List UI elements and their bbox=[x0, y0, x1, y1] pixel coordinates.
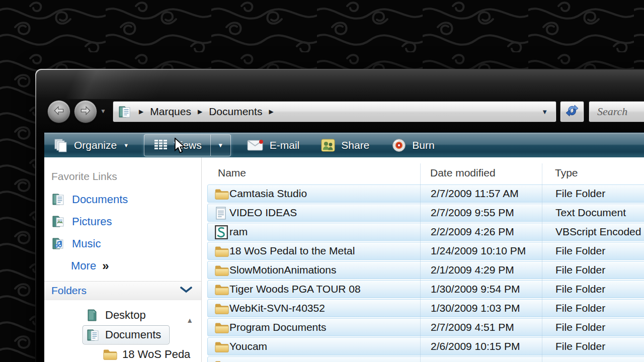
share-icon bbox=[320, 138, 336, 153]
forward-button[interactable] bbox=[74, 100, 97, 123]
more-label: More bbox=[71, 259, 96, 273]
refresh-button[interactable] bbox=[560, 101, 584, 122]
window-body: ▼ ▶ Marques ▶ Documents ▶ ▼ bbox=[36, 70, 644, 362]
file-row-ram[interactable]: ram 2/2/2009 4:26 PM VBScript Encoded bbox=[207, 223, 644, 241]
explorer-window: ▼ ▶ Marques ▶ Documents ▶ ▼ bbox=[35, 69, 644, 362]
share-button[interactable]: Share bbox=[318, 138, 371, 153]
refresh-icon bbox=[565, 104, 579, 120]
file-row-slowmotionanimations[interactable]: SlowMotionAnimations 2/1/2009 4:29 PM Fi… bbox=[207, 261, 644, 279]
forward-arrow-icon bbox=[79, 104, 92, 119]
file-row-youcam[interactable]: Youcam 2/6/2009 10:15 PM File Folder bbox=[207, 337, 644, 355]
breadcrumb-arrow-icon[interactable]: ▶ bbox=[198, 108, 202, 115]
file-row-camtasia-studio[interactable]: Camtasia Studio 2/7/2009 11:57 AM File F… bbox=[207, 185, 644, 203]
burn-icon bbox=[391, 138, 407, 153]
burn-button[interactable]: Burn bbox=[389, 138, 436, 153]
sidebar-item-music[interactable]: Music bbox=[44, 233, 201, 255]
file-row-partial[interactable] bbox=[207, 356, 644, 362]
views-split-button: Views ▼ bbox=[144, 134, 231, 156]
file-list: Name Date modified Type Camtasia Studio … bbox=[202, 157, 644, 362]
search-input[interactable] bbox=[589, 102, 644, 122]
share-label: Share bbox=[341, 139, 369, 151]
file-row-tiger-woods-pga-tour-08[interactable]: Tiger Woods PGA TOUR 08 1/30/2009 9:54 P… bbox=[207, 280, 644, 298]
tree-item-desktop[interactable]: Desktop bbox=[44, 305, 201, 325]
address-dropdown-button[interactable]: ▼ bbox=[539, 108, 550, 116]
navigation-bar: ▼ ▶ Marques ▶ Documents ▶ ▼ bbox=[44, 99, 644, 124]
organize-icon bbox=[53, 138, 68, 153]
folders-header: Folders bbox=[51, 285, 87, 297]
tree-item-documents[interactable]: Documents bbox=[44, 325, 201, 344]
folder-icon bbox=[214, 301, 229, 316]
email-label: E-mail bbox=[270, 139, 300, 151]
breadcrumb-marques[interactable]: Marques bbox=[150, 106, 191, 118]
double-chevron-icon: » bbox=[102, 259, 109, 273]
folder-icon bbox=[214, 339, 229, 354]
folder-icon bbox=[214, 358, 229, 362]
vbscript-icon bbox=[214, 225, 229, 240]
search-box[interactable] bbox=[589, 101, 644, 122]
command-toolbar: Organize ▼ Views bbox=[44, 132, 644, 157]
folder-icon bbox=[103, 347, 118, 362]
folder-tree: Desktop Documents 18 WoS Peda bbox=[44, 300, 201, 362]
file-row-webkit-svn-r40352[interactable]: WebKit-SVN-r40352 1/30/2009 1:03 PM File… bbox=[207, 299, 644, 317]
window-titlebar[interactable] bbox=[44, 70, 644, 99]
current-folder-icon bbox=[117, 104, 132, 119]
breadcrumb-documents[interactable]: Documents bbox=[209, 106, 262, 118]
folder-icon bbox=[214, 263, 229, 278]
explorer-content: Favorite Links Documents Pictures Music … bbox=[44, 157, 644, 362]
column-headers: Name Date modified Type bbox=[204, 163, 644, 185]
recent-pages-dropdown[interactable]: ▼ bbox=[100, 108, 106, 115]
text-document-icon bbox=[214, 206, 229, 221]
navigation-pane: Favorite Links Documents Pictures Music … bbox=[44, 157, 202, 362]
folder-icon bbox=[214, 282, 229, 297]
column-divider[interactable] bbox=[420, 163, 421, 362]
folders-expander[interactable]: Folders bbox=[44, 281, 201, 300]
sidebar-item-pictures[interactable]: Pictures bbox=[44, 211, 201, 233]
email-icon bbox=[247, 139, 264, 152]
views-label: Views bbox=[174, 139, 202, 151]
organize-label: Organize bbox=[74, 139, 117, 151]
music-folder-icon bbox=[51, 236, 67, 252]
breadcrumb-arrow-icon[interactable]: ▶ bbox=[269, 108, 273, 115]
breadcrumb-arrow-icon[interactable]: ▶ bbox=[139, 108, 143, 115]
email-button[interactable]: E-mail bbox=[245, 139, 302, 152]
file-row-program-documents[interactable]: Program Documents 2/7/2009 4:51 PM File … bbox=[207, 318, 644, 336]
views-icon bbox=[153, 138, 168, 153]
column-header-type[interactable]: Type bbox=[555, 167, 578, 179]
address-bar[interactable]: ▶ Marques ▶ Documents ▶ ▼ bbox=[113, 101, 556, 122]
burn-label: Burn bbox=[412, 139, 434, 151]
column-divider[interactable] bbox=[542, 163, 542, 362]
folder-icon bbox=[214, 187, 229, 202]
folder-icon bbox=[214, 320, 229, 335]
views-button[interactable]: Views bbox=[144, 135, 210, 156]
tree-item-18-wos-peda[interactable]: 18 WoS Peda bbox=[44, 344, 201, 362]
pictures-folder-icon bbox=[51, 214, 67, 230]
back-arrow-icon bbox=[52, 104, 65, 119]
desktop-folder-icon bbox=[86, 308, 101, 323]
file-row-video-ideas[interactable]: VIDEO IDEAS 2/7/2009 9:55 PM Text Docume… bbox=[207, 204, 644, 222]
documents-folder-icon bbox=[51, 192, 67, 208]
documents-folder-icon bbox=[86, 327, 101, 342]
organize-dropdown-icon: ▼ bbox=[123, 142, 129, 148]
column-header-date-modified[interactable]: Date modified bbox=[430, 167, 496, 179]
back-button[interactable] bbox=[47, 100, 70, 123]
scroll-up-arrow[interactable]: ▲ bbox=[186, 316, 193, 324]
views-dropdown-button[interactable]: ▼ bbox=[210, 135, 230, 156]
chevron-down-icon bbox=[180, 286, 192, 295]
sidebar-item-documents[interactable]: Documents bbox=[44, 189, 201, 211]
folder-icon bbox=[214, 244, 229, 259]
organize-button[interactable]: Organize ▼ bbox=[51, 138, 131, 153]
favorite-links-header: Favorite Links bbox=[51, 170, 201, 183]
column-header-name[interactable]: Name bbox=[218, 167, 246, 179]
more-links-button[interactable]: More » bbox=[44, 255, 201, 277]
file-row-18-wos-pedal-to-the-metal[interactable]: 18 WoS Pedal to the Metal 1/24/2009 10:1… bbox=[207, 242, 644, 260]
nav-history-buttons: ▼ bbox=[47, 99, 111, 124]
